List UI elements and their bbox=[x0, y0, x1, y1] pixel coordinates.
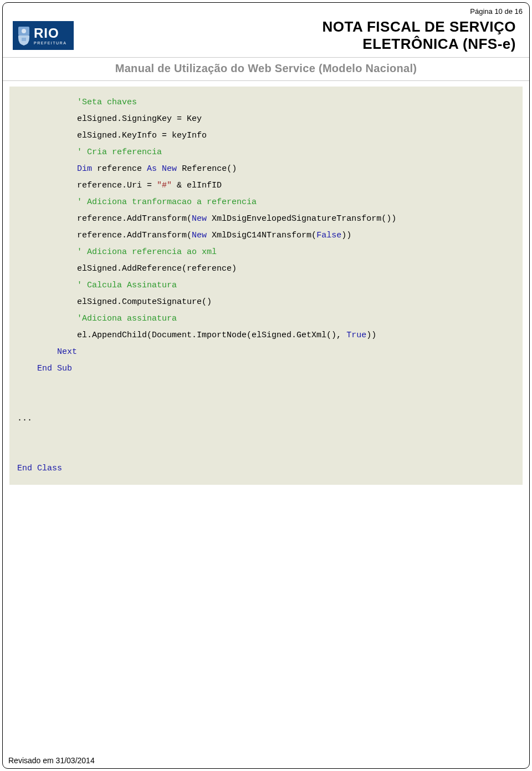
code-line: End Class bbox=[17, 460, 515, 477]
logo-sub-text: PREFEITURA bbox=[34, 41, 66, 45]
code-line: reference.AddTransform(New XmlDsigC14NTr… bbox=[17, 227, 515, 244]
code-line bbox=[17, 377, 515, 394]
code-line: ' Adiciona tranformacao a referencia bbox=[17, 194, 515, 211]
code-line: reference.AddTransform(New XmlDsigEnvelo… bbox=[17, 211, 515, 227]
code-line: reference.Uri = "#" & elInfID bbox=[17, 177, 515, 194]
code-line: elSigned.KeyInfo = keyInfo bbox=[17, 128, 515, 144]
code-line: el.AppendChild(Document.ImportNode(elSig… bbox=[17, 327, 515, 344]
subheader: Manual de Utilização do Web Service (Mod… bbox=[3, 58, 529, 81]
code-line: ' Calcula Assinatura bbox=[17, 277, 515, 294]
code-line: Dim reference As New Reference() bbox=[17, 161, 515, 177]
crest-icon bbox=[17, 24, 30, 47]
code-line bbox=[17, 394, 515, 410]
page-frame: Página 10 de 16 RIO PREFEITURA NOTA FISC… bbox=[2, 2, 530, 769]
title-line-2: ELETRÔNICA (NFS-e) bbox=[322, 35, 516, 53]
revision-footer: Revisado em 31/03/2014 bbox=[8, 756, 95, 765]
code-line: elSigned.SigningKey = Key bbox=[17, 111, 515, 128]
logo-text: RIO PREFEITURA bbox=[34, 27, 66, 45]
code-line: ' Adiciona referencia ao xml bbox=[17, 244, 515, 261]
code-line: ' Cria referencia bbox=[17, 144, 515, 161]
code-line: 'Seta chaves bbox=[17, 94, 515, 111]
code-line: elSigned.ComputeSignature() bbox=[17, 294, 515, 311]
code-line bbox=[17, 444, 515, 460]
logo-main-text: RIO bbox=[34, 27, 66, 40]
svg-rect-2 bbox=[22, 38, 26, 41]
code-line: Next bbox=[17, 344, 515, 361]
svg-point-1 bbox=[22, 29, 26, 33]
code-line: ... bbox=[17, 410, 515, 427]
logo: RIO PREFEITURA bbox=[13, 21, 74, 50]
document-title: NOTA FISCAL DE SERVIÇO ELETRÔNICA (NFS-e… bbox=[322, 18, 516, 53]
subheader-text: Manual de Utilização do Web Service (Mod… bbox=[115, 62, 417, 74]
code-line: 'Adiciona assinatura bbox=[17, 311, 515, 327]
code-line: elSigned.AddReference(reference) bbox=[17, 261, 515, 277]
header: RIO PREFEITURA NOTA FISCAL DE SERVIÇO EL… bbox=[3, 3, 529, 58]
code-line bbox=[17, 427, 515, 444]
page-number: Página 10 de 16 bbox=[470, 7, 523, 16]
title-line-1: NOTA FISCAL DE SERVIÇO bbox=[322, 18, 516, 35]
code-line: End Sub bbox=[17, 361, 515, 377]
code-block: 'Seta chaves elSigned.SigningKey = Key e… bbox=[9, 87, 523, 485]
